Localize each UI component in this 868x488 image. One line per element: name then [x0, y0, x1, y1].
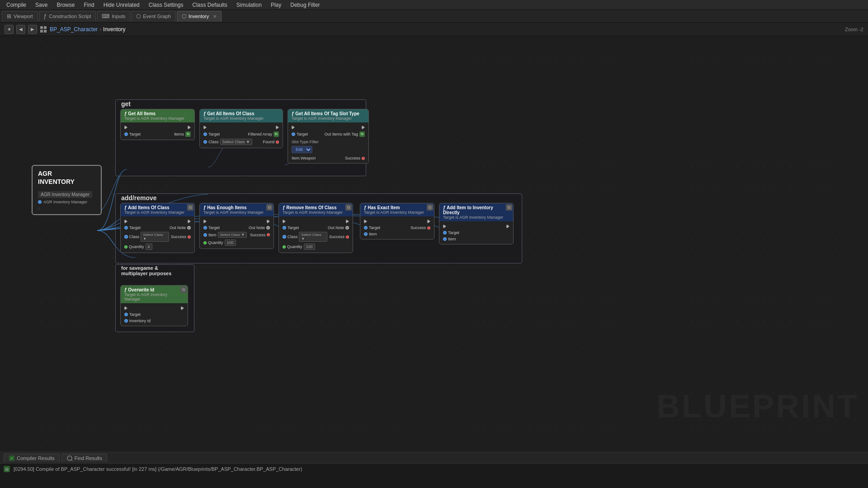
event-graph-icon: ⬡	[136, 13, 141, 19]
exec-row-exact	[364, 218, 430, 225]
breadcrumb-separator: ›	[99, 26, 101, 33]
has-exact-item-node[interactable]: ⧉ ƒ Has Exact Item Target is AGR Invento…	[360, 203, 434, 239]
tab-close-icon[interactable]: ✕	[213, 14, 217, 19]
menu-class-settings[interactable]: Class Settings	[144, 1, 188, 9]
menu-class-defaults[interactable]: Class Defaults	[188, 1, 231, 9]
target-class-pin: Target	[203, 132, 220, 136]
tab-inputs[interactable]: ⌨ Inputs	[97, 11, 130, 22]
find-results-label: Find Results	[75, 455, 102, 461]
add-item-directly-title: ƒ Add Item to Inventory Directly	[443, 205, 509, 215]
menu-compile[interactable]: Compile	[2, 1, 31, 9]
add-items-collapse-btn[interactable]: ⧉	[187, 204, 193, 211]
remove-items-class-node[interactable]: ⧉ ƒ Remove Items Of Class Target is AGR …	[278, 203, 353, 253]
item-directly-pin: Item	[443, 237, 456, 241]
menu-find[interactable]: Find	[79, 1, 99, 9]
zoom-level: Zoom -2	[845, 27, 863, 32]
add-directly-collapse-btn[interactable]: ⧉	[506, 204, 512, 211]
bottom-tabs: ✓ Compiler Results Find Results	[0, 452, 868, 464]
status-bar: ⊞ [0294.50] Compile of BP_ASP_Character …	[0, 464, 868, 474]
target-remove-pin: Target	[283, 225, 299, 230]
overwrite-id-collapse-btn[interactable]: ⧉	[180, 286, 187, 293]
has-enough-collapse-btn[interactable]: ⧉	[266, 204, 273, 211]
quantity-add-value[interactable]: 4	[146, 244, 152, 250]
agr-inventory-node[interactable]: AGRINVENTORY AGR Inventory Manager AGR I…	[32, 165, 102, 215]
remove-items-class-title: ƒ Remove Items Of Class	[283, 205, 349, 210]
forward-button[interactable]: ▶	[28, 25, 37, 34]
svg-rect-2	[40, 30, 43, 33]
has-exact-collapse-btn[interactable]: ⧉	[427, 204, 433, 211]
remove-items-class-header: ƒ Remove Items Of Class Target is AGR In…	[279, 203, 353, 216]
class-remove-pin: Class Select Class ▼	[283, 232, 327, 242]
target-class-label: Target	[208, 132, 220, 136]
items-pin: Items ⧉	[174, 131, 191, 137]
slot-type-filter-select[interactable]: Edit	[292, 146, 312, 153]
target-overwrite-pin: Target	[124, 312, 141, 317]
filtered-badge: ⧉	[274, 131, 279, 137]
breadcrumb-parent[interactable]: BP_ASP_Character	[50, 26, 98, 33]
breadcrumb-bar: ★ ◀ ▶ BP_ASP_Character › Inventory Zoom …	[0, 23, 868, 36]
get-all-items-class-header: ƒ Get All Items Of Class Target is AGR I…	[200, 109, 283, 122]
inventoryid-overwrite-pin: Inventory Id	[124, 319, 151, 323]
menu-hide-unrelated[interactable]: Hide Unrelated	[99, 1, 144, 9]
item-exact-row: Item	[364, 231, 430, 237]
class-remove-value[interactable]: Select Class ▼	[299, 232, 327, 242]
quantity-enough-value[interactable]: 100	[225, 239, 236, 246]
menu-browse[interactable]: Browse	[52, 1, 79, 9]
back-button[interactable]: ◀	[16, 25, 25, 34]
menu-bar: Compile Save Browse Find Hide Unrelated …	[0, 0, 868, 10]
quantity-remove-value[interactable]: 100	[304, 244, 315, 250]
inventoryid-overwrite-row: Inventory Id	[124, 318, 184, 324]
quantity-add-row: Quantity 4	[124, 243, 191, 251]
class-pin: Class Select Class ▼	[203, 139, 252, 145]
target-overwrite-dot	[124, 313, 128, 316]
menu-simulation[interactable]: Simulation	[232, 1, 266, 9]
tab-bar: ⊞ Viewport ƒ Construction Script ⌨ Input…	[0, 10, 868, 23]
find-results-tab[interactable]: Find Results	[61, 454, 107, 462]
get-all-items-node[interactable]: ƒ Get All Items Target is AGR Inventory …	[120, 109, 195, 140]
target-enough-pin: Target	[203, 225, 220, 230]
inventory-icon: ⬡	[182, 13, 186, 19]
menu-debug-filter[interactable]: Debug Filter	[286, 1, 324, 9]
menu-play[interactable]: Play	[266, 1, 286, 9]
tab-viewport[interactable]: ⊞ Viewport	[2, 11, 38, 22]
svg-rect-3	[44, 30, 47, 33]
items-label: Items	[174, 132, 184, 136]
get-all-items-of-class-node[interactable]: ƒ Get All Items Of Class Target is AGR I…	[199, 109, 283, 148]
menu-save[interactable]: Save	[31, 1, 52, 9]
class-add-value[interactable]: Select Class ▼	[141, 232, 169, 242]
add-items-class-sub: Target is AGR Inventory Manager	[124, 210, 191, 215]
get-all-items-class-title: ƒ Get All Items Of Class	[203, 111, 279, 116]
get-all-items-body: Target Items ⧉	[121, 122, 194, 140]
exec-out-directly-pin	[506, 224, 509, 229]
outnote-enough-label: Out Note	[249, 225, 265, 230]
out-tag-badge: ⧉	[359, 131, 365, 137]
has-enough-items-sub: Target is AGR Inventory Manager	[203, 210, 270, 215]
agr-output-pin	[38, 200, 42, 204]
exec-in-class-pin	[203, 125, 207, 130]
get-all-items-tag-node[interactable]: ƒ Get All Items Of Tag Slot Type Target …	[288, 109, 369, 164]
agr-node-subtitle: AGR Inventory Manager	[38, 191, 92, 198]
add-items-class-node[interactable]: ⧉ ƒ Add Items Of Class Target is AGR Inv…	[120, 203, 195, 253]
class-value[interactable]: Select Class ▼	[220, 139, 252, 145]
add-item-inventory-directly-node[interactable]: ⧉ ƒ Add Item to Inventory Directly Targe…	[439, 203, 514, 244]
tab-event-graph[interactable]: ⬡ Event Graph	[131, 11, 176, 22]
compiler-results-tab[interactable]: ✓ Compiler Results	[4, 454, 60, 462]
class-label: Class	[208, 140, 219, 144]
success-remove-label: Success	[329, 235, 344, 239]
get-all-items-header: ƒ Get All Items Target is AGR Inventory …	[121, 109, 194, 122]
tab-inventory[interactable]: ⬡ Inventory ✕	[177, 11, 222, 22]
tab-construction-script[interactable]: ƒ Construction Script	[39, 11, 96, 22]
blueprint-canvas[interactable]: AGRINVENTORY AGR Inventory Manager AGR I…	[0, 36, 868, 452]
overwrite-id-node[interactable]: ⧉ ƒ Overwrite Id Target is AGR Inventory…	[120, 285, 188, 326]
filtered-array-pin: Filtered Array ⧉	[248, 131, 279, 137]
has-enough-items-node[interactable]: ⧉ ƒ Has Enough Items Target is AGR Inven…	[199, 203, 274, 249]
target-label: Target	[129, 132, 141, 136]
remove-items-collapse-btn[interactable]: ⧉	[345, 204, 352, 211]
item-enough-value[interactable]: Select Class ▼	[218, 232, 247, 238]
quantity-add-label: Quantity	[129, 244, 144, 249]
item-directly-label: Item	[448, 237, 456, 241]
class-dot	[203, 140, 207, 144]
star-button[interactable]: ★	[5, 25, 14, 34]
target-tag-pin: Target	[292, 132, 308, 136]
has-exact-item-header: ƒ Has Exact Item Target is AGR Inventory…	[360, 203, 434, 216]
